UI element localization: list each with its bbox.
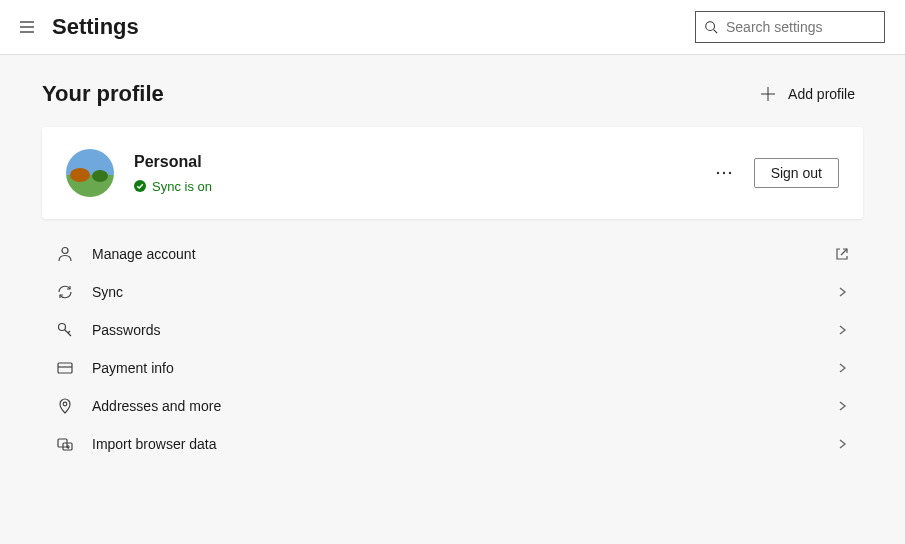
search-input[interactable] [726,19,876,35]
svg-line-16 [841,249,847,255]
app-header: Settings [0,0,905,55]
chevron-right-icon [835,399,849,413]
hamburger-icon [18,18,36,36]
menu-item-passwords[interactable]: Passwords [42,311,863,349]
svg-point-3 [706,22,715,31]
chevron-right-icon [835,437,849,451]
chevron-right-icon [835,361,849,375]
menu-item-sync[interactable]: Sync [42,273,863,311]
search-icon [704,20,718,34]
search-input-container[interactable] [695,11,885,43]
menu-list: Manage account Sync [42,235,863,463]
plus-icon [760,86,776,102]
import-icon [56,435,74,453]
menu-label: Passwords [92,322,817,338]
card-actions: Sign out [710,158,839,188]
add-profile-label: Add profile [788,86,855,102]
menu-item-payment-info[interactable]: Payment info [42,349,863,387]
menu-label: Sync [92,284,817,300]
svg-rect-20 [58,363,72,373]
svg-line-19 [68,331,70,333]
credit-card-icon [56,359,74,377]
svg-point-17 [59,324,66,331]
external-link-icon [835,247,849,261]
svg-point-10 [92,170,108,182]
section-title: Your profile [42,81,164,107]
sign-out-button[interactable]: Sign out [754,158,839,188]
svg-point-13 [722,172,724,174]
person-icon [56,245,74,263]
menu-item-import-browser-data[interactable]: Import browser data [42,425,863,463]
profile-card: Personal Sync is on Sign out [42,127,863,219]
sync-status-label: Sync is on [152,179,212,194]
menu-label: Manage account [92,246,817,262]
hamburger-menu-button[interactable] [14,14,40,40]
svg-point-15 [62,248,68,254]
menu-item-manage-account[interactable]: Manage account [42,235,863,273]
svg-point-12 [716,172,718,174]
svg-point-11 [134,180,146,192]
chevron-right-icon [835,285,849,299]
profile-info: Personal Sync is on [134,153,690,194]
svg-point-9 [70,168,90,182]
sync-status: Sync is on [134,179,690,194]
svg-line-4 [714,30,718,34]
sync-icon [56,283,74,301]
profile-name: Personal [134,153,690,171]
avatar [66,149,114,197]
checkmark-circle-icon [134,180,146,192]
add-profile-button[interactable]: Add profile [752,82,863,106]
more-horizontal-icon [716,171,732,175]
menu-item-addresses[interactable]: Addresses and more [42,387,863,425]
chevron-right-icon [835,323,849,337]
content-area: Your profile Add profile Personal [0,55,905,483]
page-title: Settings [52,14,683,40]
svg-point-22 [63,402,67,406]
section-header: Your profile Add profile [42,81,863,107]
menu-label: Import browser data [92,436,817,452]
menu-label: Addresses and more [92,398,817,414]
svg-point-14 [728,172,730,174]
location-pin-icon [56,397,74,415]
more-options-button[interactable] [710,159,738,187]
key-icon [56,321,74,339]
menu-label: Payment info [92,360,817,376]
